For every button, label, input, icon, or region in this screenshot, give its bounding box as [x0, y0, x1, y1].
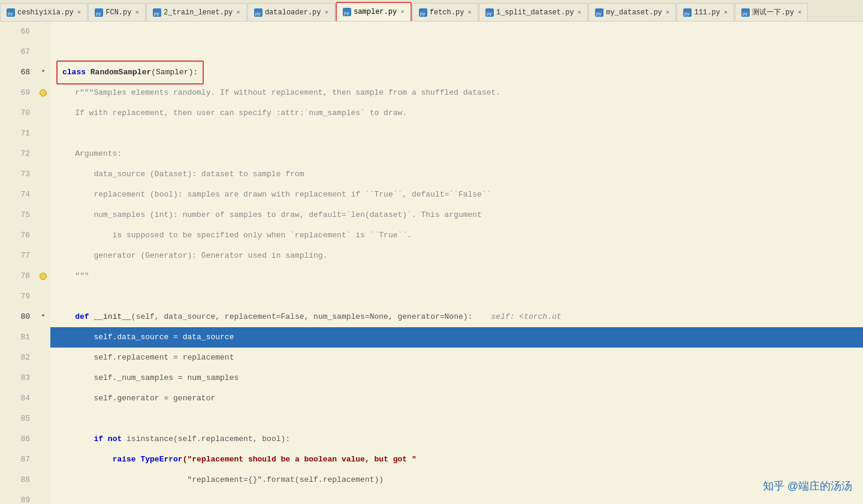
py-icon: py — [95, 8, 103, 17]
code-segment — [56, 449, 113, 470]
py-icon: py — [419, 8, 427, 17]
line-number: 84 — [0, 388, 30, 409]
tab-my_dataset[interactable]: pymy_dataset.py× — [589, 3, 676, 21]
tab-close-btn[interactable]: × — [467, 9, 472, 16]
code-line: self.data_source = data_source — [50, 327, 863, 348]
editor: 6667686970717273747576777879808182838485… — [0, 22, 863, 504]
line-number: 77 — [0, 246, 30, 266]
gutter-cell — [36, 205, 50, 225]
svg-text:py: py — [743, 11, 747, 16]
code-segment — [56, 429, 93, 449]
function-name: __init__ — [93, 307, 131, 327]
docstring-text: r"""Samples elements randomly. If withou… — [56, 83, 500, 103]
gutter-cell — [36, 388, 50, 409]
class-name: RandomSampler — [90, 62, 151, 83]
tab-111[interactable]: py111.py× — [677, 3, 734, 21]
tab-fcn[interactable]: pyFCN.py× — [88, 3, 146, 21]
code-area: 6667686970717273747576777879808182838485… — [0, 22, 863, 504]
docstring-text: """ — [56, 266, 89, 286]
tab-train_lenet[interactable]: py2_train_lenet.py× — [146, 3, 247, 21]
tab-sampler[interactable]: pysampler.py× — [336, 2, 412, 21]
code-text: self.replacement = replacement — [56, 348, 234, 368]
code-line: class RandomSampler(Sampler): — [50, 62, 863, 83]
docstring-text: num_samples (int): number of samples to … — [56, 205, 482, 225]
line-number: 83 — [0, 368, 30, 388]
code-line: is supposed to be specified only when `r… — [50, 225, 863, 246]
gutter-cell — [36, 225, 50, 246]
class-params: (Sampler): — [151, 62, 198, 83]
line-number: 74 — [0, 185, 30, 205]
tab-close-btn[interactable]: × — [666, 9, 670, 16]
code-segment — [136, 449, 141, 470]
circle-marker-icon — [40, 89, 47, 96]
type-hint: self: <torch.ut — [472, 307, 561, 327]
line-number: 88 — [0, 470, 30, 490]
tab-close-btn[interactable]: × — [798, 9, 802, 16]
docstring-text: If with replacement, then user can speci… — [56, 103, 407, 123]
tab-fetch[interactable]: pyfetch.py× — [412, 3, 478, 21]
gutter-cell — [36, 348, 50, 368]
code-line — [50, 123, 863, 144]
tab-close-btn[interactable]: × — [236, 9, 240, 16]
code-line — [50, 490, 863, 504]
gutter-cell: * — [36, 307, 50, 327]
line-number: 75 — [0, 205, 30, 225]
tab-close-btn[interactable]: × — [578, 9, 582, 16]
marker-asterisk: * — [41, 69, 46, 76]
tab-dataloader[interactable]: pydataloader.py× — [248, 3, 335, 21]
code-line: Arguments: — [50, 144, 863, 164]
tab-close-btn[interactable]: × — [77, 9, 82, 16]
code-segment: TypeError — [140, 449, 182, 470]
code-line: "replacement={}".format(self.replacement… — [50, 470, 863, 490]
svg-text:py: py — [154, 11, 159, 16]
line-number: 81 — [0, 327, 30, 348]
gutter-cell — [36, 490, 50, 504]
tab-ceshiyixia[interactable]: pyceshiyixia.py× — [0, 3, 87, 21]
py-icon: py — [343, 8, 351, 16]
code-line: self.replacement = replacement — [50, 348, 863, 368]
tab-close-btn[interactable]: × — [135, 9, 139, 16]
tab-bar: pyceshiyixia.py×pyFCN.py×py2_train_lenet… — [0, 0, 863, 22]
line-number: 73 — [0, 164, 30, 185]
svg-text:py: py — [96, 11, 101, 16]
code-line: If with replacement, then user can speci… — [50, 103, 863, 123]
code-segment: if — [93, 429, 103, 449]
tab-label: dataloader.py — [265, 8, 321, 17]
code-content: class RandomSampler(Sampler): r"""Sample… — [50, 22, 863, 504]
svg-text:py: py — [344, 10, 349, 16]
docstring-text: is supposed to be specified only when `r… — [56, 225, 412, 246]
code-text: "replacement={}".format(self.replacement… — [56, 470, 384, 490]
code-line — [50, 22, 863, 42]
line-number: 71 — [0, 123, 30, 144]
code-line: raise TypeError("replacement should be a… — [50, 449, 863, 470]
py-icon: py — [741, 8, 750, 17]
svg-text:py: py — [420, 11, 425, 16]
tab-label: sampler.py — [354, 8, 397, 16]
tab-ceshy[interactable]: py测试一下.py× — [735, 3, 808, 21]
code-line: generator (Generator): Generator used in… — [50, 246, 863, 266]
code-line: """ — [50, 266, 863, 286]
code-segment: ("replacement should be a boolean value,… — [183, 449, 417, 470]
line-number: 89 — [0, 490, 30, 504]
tab-close-btn[interactable]: × — [724, 9, 728, 16]
code-line — [50, 42, 863, 62]
gutter-cell — [36, 246, 50, 266]
svg-text:py: py — [255, 11, 260, 16]
gutter-cell — [36, 470, 50, 490]
line-number: 72 — [0, 144, 30, 164]
tab-close-btn[interactable]: × — [325, 9, 329, 16]
tab-label: my_dataset.py — [606, 8, 662, 17]
gutter-cell — [36, 123, 50, 144]
marker-asterisk: * — [41, 313, 46, 321]
gutter-cell — [36, 42, 50, 62]
code-line: self._num_samples = num_samples — [50, 368, 863, 388]
py-icon: py — [7, 8, 15, 17]
gutter-cell: * — [36, 62, 50, 83]
tab-close-btn[interactable]: × — [400, 8, 405, 16]
gutter-cell — [36, 22, 50, 42]
code-line: self.generator = generator — [50, 388, 863, 409]
line-number: 80 — [0, 307, 30, 327]
gutter-cell — [36, 185, 50, 205]
tab-split_dataset[interactable]: py1_split_dataset.py× — [479, 3, 588, 21]
line-number: 79 — [0, 286, 30, 307]
